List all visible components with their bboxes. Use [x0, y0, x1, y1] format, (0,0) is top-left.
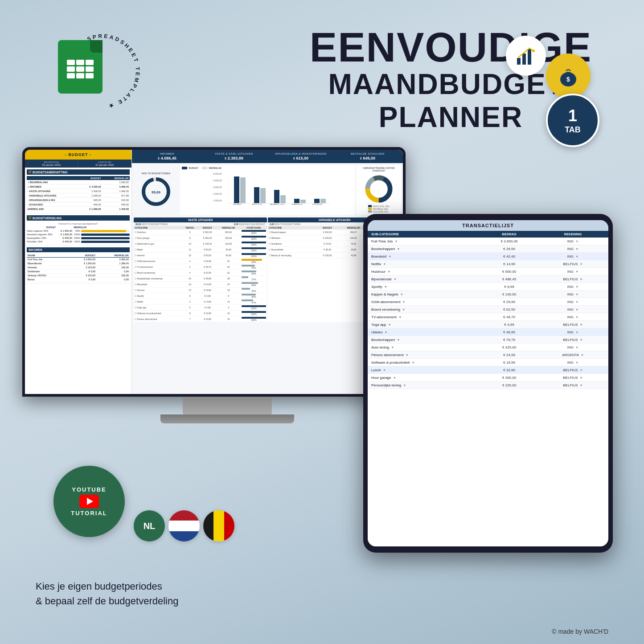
table-row: Brandstof ▼ € 42,40 ING ▼ [368, 253, 608, 260]
play-icon [87, 498, 93, 505]
table-row: ☐ Huur garage9€ 300,00300,00 100% [134, 235, 267, 241]
table-row: GSM-abonnement ▼ € 29,99 ING ▼ [368, 298, 608, 306]
end-date-value: 31 januari 2023 [95, 164, 114, 166]
badge-number: 1 [568, 107, 577, 125]
belgium-flag [203, 510, 234, 541]
verdeling-subtitle: Hoeveel % is maximaal gebudgetteerd? [27, 222, 130, 226]
svg-text:3.000,00: 3.000,00 [213, 186, 222, 189]
bottom-line1: Kies je eigen budgetperiodes [36, 579, 178, 594]
stat-schulden: BETAALDE SCHULDEN € 645,00 [336, 152, 399, 160]
svg-text:VASTE UITG.: VASTE UITG. [252, 203, 263, 205]
budget-summary-section: ☑ BUDGETSAMENVATTING BUDGETWERKELIJK + B… [25, 168, 131, 213]
money-bag-icon: $ [546, 53, 591, 98]
svg-rect-15 [234, 176, 239, 203]
table-row: ☐ GSM-abonnement4€ 29,9962 83% [134, 258, 267, 264]
income-table: NAAMBUDGETWERKELIJK Full-Time Job€ 2.600… [27, 254, 130, 282]
end-date-box: EINDDATUM 31 januari 2023 [78, 160, 132, 168]
svg-rect-1 [517, 58, 521, 65]
tablet-title: TRANSACTIELIJST [368, 220, 608, 231]
stat-vaste: VASTE & VARL.UITGAVEN € 2.383,89 [202, 152, 266, 160]
table-row: ☐ Vervoer13€ 19,9919 35% [134, 287, 267, 293]
table-row: Spotify ▼ € 9,99 ING ▼ [368, 283, 608, 291]
spreadsheet-right-panel: INKOMEN € 4.086,45 VASTE & VARL.UITGAVEN… [132, 150, 403, 394]
verdeling-col-headers: BUDGETWERKELIJK [27, 226, 130, 229]
table-row: Brand verzekering ▼ € 62,50 ING ▼ [368, 306, 608, 313]
pie-label: GEBUDGETTEERDE KOSTEN OVERZICHT [358, 167, 399, 172]
copyright: © made by WACH'D [552, 628, 608, 635]
table-row: ☐ Spotify9€ 9,999 58% [134, 293, 267, 299]
yt-label-bot: TUTORIAL [71, 510, 107, 517]
pie-chart-svg [361, 173, 397, 205]
table-row-lunch: Lunch ▼ € 32,90 BELFIUS ▼ [368, 366, 608, 374]
table-row: Fitness abonnement ▼ € 24,99 ARGENTA ▼ [368, 351, 608, 359]
bottom-line2: & bepaal zelf de budgetverdeling [36, 594, 178, 608]
spreadsheet-left-panel: - BUDGET - BEGINDATUM 01 januari 2023 EI… [25, 150, 132, 394]
date-range: BEGINDATUM 01 januari 2023 EINDDATUM 31 … [25, 160, 131, 168]
svg-rect-23 [314, 199, 320, 203]
svg-text:4.000,00: 4.000,00 [213, 179, 222, 182]
svg-rect-24 [320, 199, 326, 203]
verdeling-row: Schulden 15% € 645,00 100% [27, 240, 130, 243]
table-row: ☐ Software & productiviteit8€ 19,9919 10… [134, 311, 267, 316]
budget-distribution-section: ☑ BUDGETVERDELING Hoeveel % is maximaal … [25, 213, 131, 246]
table-row: Huishuur ▼ € 600,00 ING ▼ [368, 268, 608, 275]
bar-chart-svg: 5.000,00 4.000,00 3.000,00 2.000,00 1.00… [182, 170, 353, 206]
tablet-screen: TRANSACTIELIJST SUB-CATEGORIE BEDRAG REK… [368, 220, 608, 546]
table-row: Kapper & Nagels ▼ € 100,00 ING ▼ [368, 291, 608, 298]
svg-rect-19 [274, 190, 279, 203]
table-row: ☐ Netflix2€ 14,9914 47% [134, 299, 267, 305]
verdeling-row: Spaargelden 15% € 645,00 100% [27, 236, 130, 240]
svg-text:SPAARGELD.: SPAARGELD. [291, 203, 303, 205]
tablet-col-headers: SUB-CATEGORIE BEDRAG REKENING [368, 231, 608, 238]
table-row: ☐ Hospitalisatie verzekering15€ 38,8838 … [134, 276, 267, 282]
vaste-header: VASTE UITGAVEN [134, 217, 267, 222]
income-title: INKOMEN [27, 247, 130, 252]
svg-rect-17 [254, 187, 259, 203]
vaste-table: CATEGORIEVERVALBUDGETWERKELIJKVOORTGANG … [134, 226, 267, 322]
table-row: Yoga app ▼ € 4,99 BELFIUS ▼ [368, 321, 608, 328]
youtube-icon [79, 495, 99, 508]
verdeling-rows: Vaste uitgaven 35% € 1.505,00 93% Variab… [27, 229, 130, 243]
svg-rect-16 [240, 177, 246, 203]
svg-text:99,00: 99,00 [152, 190, 161, 194]
expense-section: VASTE UITGAVEN 99,00 NOG TE BUDGETTEREN … [132, 217, 403, 323]
table-row: ☐ Brand verzekering4€ 62,5062 60% [134, 270, 267, 276]
table-row: Boodschappen ▼ € 76,76 BELFIUS ▼ [368, 336, 608, 344]
verdeling-row: Variabele uitgaven 35% € 1.505,00 100% [27, 233, 130, 236]
svg-rect-20 [280, 195, 286, 203]
svg-rect-22 [300, 200, 306, 203]
svg-rect-18 [260, 188, 266, 203]
svg-text:2.000,00: 2.000,00 [213, 193, 222, 195]
svg-text:1.000,00: 1.000,00 [213, 199, 222, 202]
table-row: Netflix ▼ € 14,99 BELFIUS ▼ [368, 260, 608, 268]
table-row: Software & productiviteit ▼ € 19,99 ING … [368, 359, 608, 366]
table-row: ☐ Mutualiteit16€ 24,9924 68% [134, 282, 267, 287]
donut-chart: 99,00 [140, 176, 172, 208]
svg-rect-2 [522, 53, 526, 65]
svg-rect-21 [294, 199, 299, 203]
table-row: Boodschappen ▼ € 26,50 ING ▼ [368, 245, 608, 253]
table-row: Persoonlijke lening ▼ € 220,00 BELFIUS ▼ [368, 381, 608, 389]
monitor-screen: - BUDGET - BEGINDATUM 01 januari 2023 EI… [22, 147, 406, 397]
donut-label: NOG TE BUDGETTEREN [142, 172, 170, 175]
pie-legend: VASTE UITG. 35% VARIABELE 15% SCHULDEN 1… [368, 205, 389, 213]
table-row: ☐ Fitness abonnement7€ 24,9924 100% [134, 316, 267, 322]
svg-point-4 [532, 49, 535, 52]
donut-chart-wrap: NOG TE BUDGETTEREN 99,00 [134, 165, 178, 215]
verdeling-row: Vaste uitgaven 35% € 1.505,00 93% [27, 229, 130, 233]
charts-row: NOG TE BUDGETTEREN 99,00 BUDGET WERKELIJ… [132, 163, 403, 217]
vaste-uitgaven-col: VASTE UITGAVEN 99,00 NOG TE BUDGETTEREN … [134, 217, 267, 322]
flag-section: NL [134, 510, 234, 541]
bar-chart: BUDGET WERKELIJK 5.000,00 4.000,00 3.000… [180, 165, 355, 215]
netherlands-flag [168, 510, 200, 541]
tablet: TRANSACTIELIJST SUB-CATEGORIE BEDRAG REK… [363, 214, 613, 553]
yt-label-top: YOUTUBE [72, 486, 107, 493]
stat-inkomen: INKOMEN € 4.086,45 [135, 152, 199, 160]
svg-text:INKOMEN: INKOMEN [233, 203, 242, 205]
chart-icon [506, 36, 546, 76]
table-row: Bijverdienste ▼ € 486,45 BELFIUS ▼ [368, 275, 608, 283]
youtube-tutorial-badge: YOUTUBE TUTORIAL [53, 466, 125, 537]
svg-text:VARIABELE UITG.: VARIABELE UITG. [270, 203, 285, 205]
google-sheets-icon [58, 40, 111, 103]
table-row: ☐ TV-abonnement4€ 49,7062 55% [134, 264, 267, 270]
